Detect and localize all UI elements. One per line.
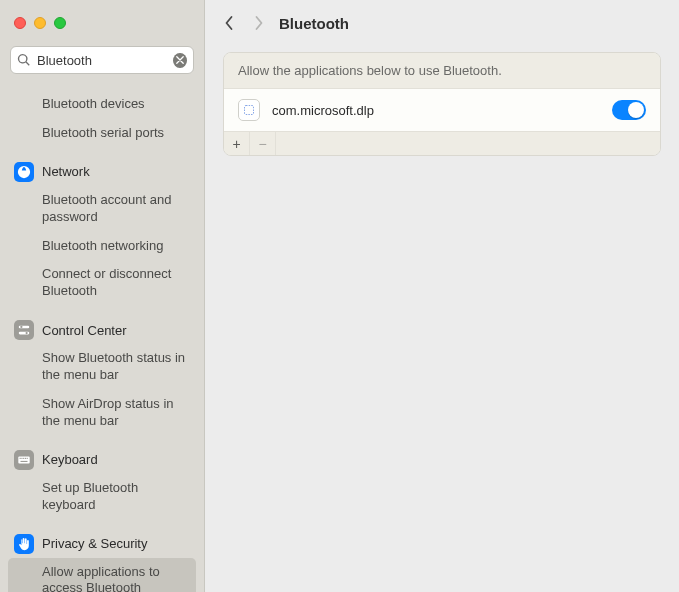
svg-point-2 (20, 326, 22, 328)
sidebar-item-setup-bt-keyboard[interactable]: Set up Bluetooth keyboard (8, 474, 196, 520)
search-icon (17, 53, 31, 67)
back-button[interactable] (223, 17, 235, 29)
app-row: com.microsoft.dlp (224, 89, 660, 131)
svg-rect-6 (21, 458, 22, 459)
sidebar-header-privacy[interactable]: Privacy & Security (8, 530, 196, 558)
hand-icon (14, 534, 34, 554)
forward-button[interactable] (253, 17, 265, 29)
traffic-lights (14, 17, 66, 29)
svg-rect-5 (20, 458, 21, 459)
globe-icon (14, 162, 34, 182)
svg-rect-4 (18, 456, 29, 463)
sidebar-section-title: Network (42, 164, 90, 179)
clear-search-button[interactable] (173, 53, 187, 68)
sidebar-item-show-bt-status[interactable]: Show Bluetooth status in the menu bar (8, 344, 196, 390)
svg-rect-11 (245, 106, 254, 115)
sidebar-item-allow-apps-bluetooth[interactable]: Allow applications to access Bluetooth (8, 558, 196, 592)
system-settings-window: Bluetooth devices Bluetooth serial ports… (0, 0, 679, 592)
sidebar-header-network[interactable]: Network (8, 158, 196, 186)
sidebar: Bluetooth devices Bluetooth serial ports… (0, 0, 205, 592)
toggle-knob (628, 102, 644, 118)
keyboard-icon (14, 450, 34, 470)
add-app-button[interactable]: + (224, 132, 250, 156)
sidebar-item-bluetooth-devices[interactable]: Bluetooth devices (8, 90, 196, 119)
remove-app-button[interactable]: − (250, 132, 276, 156)
chevron-left-icon (224, 15, 234, 31)
zoom-window-button[interactable] (54, 17, 66, 29)
app-toggle[interactable] (612, 100, 646, 120)
svg-point-3 (25, 332, 27, 334)
svg-rect-8 (25, 458, 26, 459)
svg-rect-10 (21, 461, 28, 462)
sidebar-item-show-airdrop-status[interactable]: Show AirDrop status in the menu bar (8, 390, 196, 436)
window-titlebar (0, 0, 204, 46)
sidebar-section-privacy: Privacy & Security Allow applications to… (8, 530, 196, 592)
sidebar-section-control-center: Control Center Show Bluetooth status in … (8, 316, 196, 436)
page-title: Bluetooth (279, 15, 349, 32)
minimize-window-button[interactable] (34, 17, 46, 29)
sliders-icon (14, 320, 34, 340)
sidebar-section-keyboard: Keyboard Set up Bluetooth keyboard (8, 446, 196, 520)
search-field[interactable] (10, 46, 194, 74)
search-container (0, 46, 204, 84)
sidebar-header-keyboard[interactable]: Keyboard (8, 446, 196, 474)
close-window-button[interactable] (14, 17, 26, 29)
bluetooth-apps-panel: Allow the applications below to use Blue… (223, 52, 661, 156)
nav-arrows (223, 17, 265, 29)
sidebar-item-bluetooth-serial-ports[interactable]: Bluetooth serial ports (8, 119, 196, 148)
sidebar-section-title: Control Center (42, 323, 127, 338)
panel-footer: + − (224, 131, 660, 155)
sidebar-header-control-center[interactable]: Control Center (8, 316, 196, 344)
content-header: Bluetooth (205, 0, 679, 46)
content-body: Allow the applications below to use Blue… (205, 46, 679, 162)
sidebar-item-connect-disconnect-bt[interactable]: Connect or disconnect Bluetooth (8, 260, 196, 306)
close-icon (176, 56, 184, 64)
svg-rect-9 (27, 458, 28, 459)
sidebar-group-search-top: Bluetooth devices Bluetooth serial ports (8, 90, 196, 148)
sidebar-tree: Bluetooth devices Bluetooth serial ports… (0, 84, 204, 592)
app-name-label: com.microsoft.dlp (272, 103, 600, 118)
app-icon (238, 99, 260, 121)
sidebar-item-bt-networking[interactable]: Bluetooth networking (8, 232, 196, 261)
search-input[interactable] (37, 53, 173, 68)
svg-rect-7 (23, 458, 24, 459)
sidebar-section-network: Network Bluetooth account and password B… (8, 158, 196, 306)
sidebar-section-title: Keyboard (42, 452, 98, 467)
sidebar-section-title: Privacy & Security (42, 536, 147, 551)
panel-caption: Allow the applications below to use Blue… (224, 53, 660, 89)
sidebar-item-bt-account-password[interactable]: Bluetooth account and password (8, 186, 196, 232)
chevron-right-icon (254, 15, 264, 31)
content-pane: Bluetooth Allow the applications below t… (205, 0, 679, 592)
